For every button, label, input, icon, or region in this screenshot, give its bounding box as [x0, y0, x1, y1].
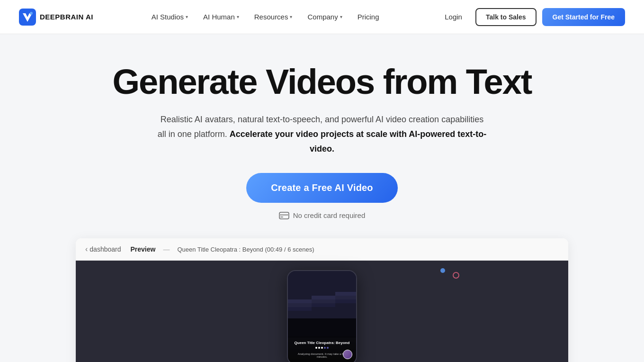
talk-to-sales-button[interactable]: Talk to Sales [475, 8, 537, 26]
create-free-ai-video-button[interactable]: Create a Free AI Video [246, 173, 398, 203]
nav-actions: Login Talk to Sales Get Started for Free [437, 8, 625, 26]
svg-point-1 [30, 12, 33, 15]
phone-dots-indicator [292, 347, 352, 349]
chevron-down-icon: ▾ [290, 14, 292, 19]
svg-rect-15 [288, 318, 357, 337]
nav-link-ai-studios[interactable]: AI Studios ▾ [145, 9, 195, 25]
nav-link-pricing[interactable]: Pricing [351, 9, 386, 25]
preview-content: Queen Title Cleopatra: Beyond Analyzing … [76, 261, 568, 362]
dot-4 [324, 347, 326, 349]
nav-item-resources[interactable]: Resources ▾ [248, 9, 299, 25]
navbar: DEEPBRAIN AI AI Studios ▾ AI Human ▾ Res… [0, 0, 644, 34]
no-credit-text: No credit card required [293, 211, 366, 219]
nav-label-ai-human: AI Human [203, 13, 235, 21]
svg-rect-12 [288, 307, 312, 311]
dot-5 [327, 347, 329, 349]
preview-container: ‹ dashboard Preview — Queen Title Cleopa… [76, 238, 568, 362]
hero-subtitle: Realistic AI avatars, natural text-to-sp… [156, 112, 488, 156]
logo-icon [19, 9, 36, 26]
nav-label-company: Company [307, 13, 338, 21]
nav-label-resources: Resources [254, 13, 288, 21]
nav-item-pricing[interactable]: Pricing [351, 9, 386, 25]
svg-rect-7 [312, 296, 335, 299]
svg-rect-10 [312, 299, 335, 303]
preview-label: Preview [131, 245, 156, 253]
preview-title-detail: Queen Title Cleopatra : Beyond (00:49 / … [177, 246, 314, 253]
logo-text: DEEPBRAIN AI [40, 13, 93, 21]
nav-links: AI Studios ▾ AI Human ▾ Resources ▾ Comp… [145, 9, 386, 25]
chevron-left-icon: ‹ [85, 245, 88, 253]
nav-link-ai-human[interactable]: AI Human ▾ [197, 9, 246, 25]
nav-link-resources[interactable]: Resources ▾ [248, 9, 299, 25]
phone-video-title: Queen Title Cleopatra: Beyond [292, 341, 352, 345]
preview-back-button[interactable]: ‹ dashboard [85, 245, 121, 253]
nav-link-company[interactable]: Company ▾ [301, 9, 349, 25]
nav-item-ai-studios[interactable]: AI Studios ▾ [145, 9, 195, 25]
hero-subtitle-accent: Accelerate your video projects at scale … [230, 129, 486, 154]
nav-item-ai-human[interactable]: AI Human ▾ [197, 9, 246, 25]
preview-accent-dot-pink [453, 272, 459, 279]
logo-link[interactable]: DEEPBRAIN AI [19, 9, 93, 26]
chevron-down-icon: ▾ [186, 14, 188, 19]
dot-3 [321, 347, 323, 349]
nav-item-company[interactable]: Company ▾ [301, 9, 349, 25]
hero-title: Generate Videos from Text [113, 63, 532, 101]
svg-rect-4 [280, 217, 283, 217]
svg-rect-13 [312, 303, 335, 307]
dot-2 [318, 347, 320, 349]
svg-rect-9 [288, 303, 312, 307]
dot-1 [315, 347, 317, 349]
svg-rect-6 [288, 299, 312, 303]
chevron-down-icon: ▾ [340, 14, 342, 19]
svg-rect-14 [335, 299, 357, 303]
phone-bg-visual [288, 271, 357, 337]
chevron-down-icon: ▾ [237, 14, 239, 19]
hero-section: Generate Videos from Text Realistic AI a… [0, 34, 644, 362]
no-credit-row: No credit card required [279, 211, 366, 219]
nav-label-pricing: Pricing [358, 13, 379, 21]
svg-rect-3 [279, 214, 289, 216]
login-button[interactable]: Login [437, 9, 470, 25]
phone-screen: Queen Title Cleopatra: Beyond Analyzing … [288, 271, 356, 362]
preview-accent-dot-blue [440, 268, 445, 273]
phone-bottom-overlay: Queen Title Cleopatra: Beyond Analyzing … [288, 337, 356, 362]
preview-bar: ‹ dashboard Preview — Queen Title Cleopa… [76, 238, 568, 261]
preview-back-label: dashboard [89, 245, 121, 253]
svg-rect-8 [335, 292, 357, 296]
credit-card-icon [279, 212, 289, 219]
get-started-button[interactable]: Get Started for Free [542, 8, 625, 26]
nav-label-ai-studios: AI Studios [152, 13, 184, 21]
preview-separator: — [163, 245, 170, 253]
svg-rect-11 [335, 296, 357, 299]
phone-mockup: Queen Title Cleopatra: Beyond Analyzing … [287, 270, 357, 362]
